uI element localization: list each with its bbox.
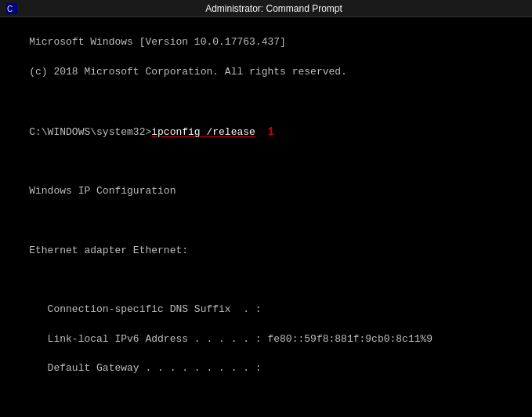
line-dns-suffix-1: Connection-specific DNS Suffix . : [29,303,261,315]
svg-text:C: C [7,5,13,13]
line-cmd1-prompt: C:\WINDOWS\system32> [29,126,151,138]
title-bar-text: Administrator: Command Prompt [22,3,526,14]
line-win-ip-1: Windows IP Configuration [29,185,176,197]
window: C Administrator: Command Prompt Microsof… [0,0,532,417]
line-cmd1-command: ipconfig /release [151,126,255,138]
line-gateway-1: Default Gateway . . . . . . . . . : [29,362,261,374]
line-1: Microsoft Windows [Version 10.0.17763.43… [29,36,286,48]
line-ipv6-1: Link-local IPv6 Address . . . . . : fe80… [29,333,432,345]
line-eth-adapter-1: Ethernet adapter Ethernet: [29,245,188,256]
line-2: (c) 2018 Microsoft Corporation. All righ… [29,66,347,78]
cmd-icon: C [6,3,17,14]
console-output: Microsoft Windows [Version 10.0.17763.43… [0,17,532,417]
title-bar: C Administrator: Command Prompt [0,0,532,17]
step1-label: 1 [267,125,273,138]
